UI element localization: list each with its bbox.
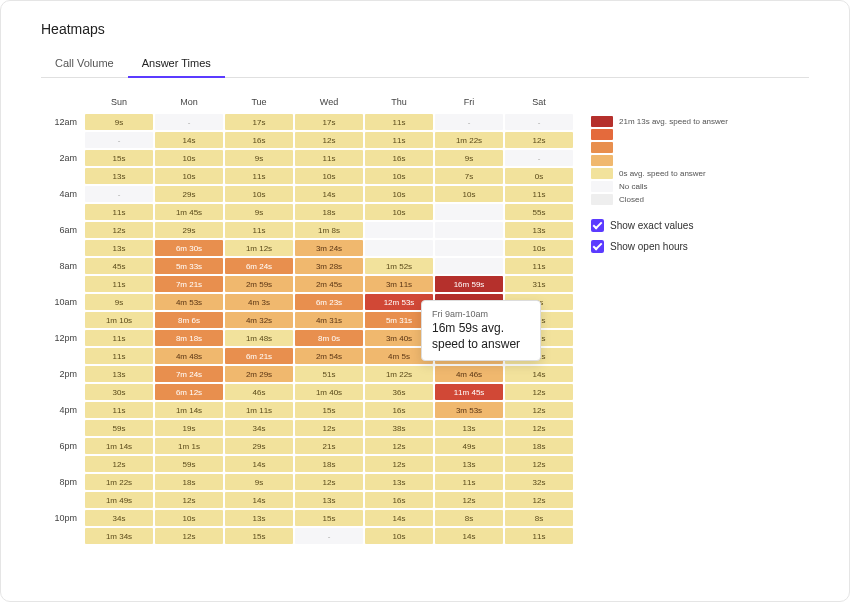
heatmap-cell[interactable]: 11s — [85, 402, 153, 418]
heatmap-cell[interactable]: 15s — [85, 150, 153, 166]
heatmap-cell[interactable]: 6m 24s — [225, 258, 293, 274]
heatmap-cell[interactable]: 11s — [505, 186, 573, 202]
heatmap-cell[interactable]: 18s — [295, 204, 363, 220]
heatmap-cell[interactable]: 29s — [225, 438, 293, 454]
heatmap-cell[interactable] — [365, 240, 433, 256]
heatmap-cell[interactable]: 4m 3s — [225, 294, 293, 310]
heatmap-cell[interactable]: 11s — [85, 348, 153, 364]
heatmap-cell[interactable] — [435, 240, 503, 256]
heatmap-cell[interactable]: 18s — [505, 438, 573, 454]
heatmap-cell[interactable]: 13s — [435, 420, 503, 436]
heatmap-cell[interactable]: 18s — [295, 456, 363, 472]
heatmap-cell[interactable]: 32s — [505, 474, 573, 490]
heatmap-cell[interactable]: 29s — [155, 186, 223, 202]
heatmap-cell[interactable]: 10s — [155, 510, 223, 526]
heatmap-cell[interactable]: 4m 53s — [155, 294, 223, 310]
heatmap-cell[interactable]: 10s — [435, 186, 503, 202]
heatmap-cell[interactable]: 1m 8s — [295, 222, 363, 238]
heatmap-cell[interactable] — [435, 204, 503, 220]
heatmap-cell[interactable]: 7m 21s — [155, 276, 223, 292]
heatmap-cell[interactable]: 9s — [435, 150, 503, 166]
heatmap-cell[interactable]: 12s — [85, 456, 153, 472]
heatmap-cell[interactable]: 3m 24s — [295, 240, 363, 256]
heatmap-cell[interactable]: 46s — [225, 384, 293, 400]
heatmap-cell[interactable]: 51s — [295, 366, 363, 382]
heatmap-cell[interactable]: 1m 40s — [295, 384, 363, 400]
heatmap-cell[interactable]: 30s — [85, 384, 153, 400]
heatmap-cell[interactable]: 11s — [85, 204, 153, 220]
heatmap-cell[interactable]: - — [295, 528, 363, 544]
heatmap-cell[interactable]: 36s — [365, 384, 433, 400]
heatmap-cell[interactable]: 12s — [85, 222, 153, 238]
heatmap-cell[interactable] — [435, 258, 503, 274]
heatmap-cell[interactable]: 18s — [155, 474, 223, 490]
heatmap-cell[interactable]: 1m 1s — [155, 438, 223, 454]
heatmap-cell[interactable]: 13s — [85, 168, 153, 184]
heatmap-cell[interactable]: 5m 33s — [155, 258, 223, 274]
heatmap-cell[interactable]: 4m 31s — [295, 312, 363, 328]
heatmap-cell[interactable]: 1m 52s — [365, 258, 433, 274]
heatmap-cell[interactable]: 0s — [505, 168, 573, 184]
heatmap-cell[interactable]: 10s — [225, 186, 293, 202]
heatmap-cell[interactable]: 14s — [435, 528, 503, 544]
heatmap-cell[interactable]: 1m 22s — [365, 366, 433, 382]
heatmap-cell[interactable]: 12s — [295, 420, 363, 436]
heatmap-cell[interactable]: 14s — [295, 186, 363, 202]
heatmap-cell[interactable]: 14s — [505, 366, 573, 382]
heatmap-cell[interactable]: 12s — [505, 420, 573, 436]
heatmap-cell[interactable]: 59s — [155, 456, 223, 472]
heatmap-cell[interactable]: 10s — [505, 240, 573, 256]
heatmap-cell[interactable]: - — [505, 114, 573, 130]
heatmap-cell[interactable]: - — [435, 114, 503, 130]
heatmap-cell[interactable]: 12s — [295, 474, 363, 490]
heatmap-cell[interactable]: - — [85, 186, 153, 202]
heatmap-cell[interactable]: 16m 59s — [435, 276, 503, 292]
heatmap-cell[interactable]: 11s — [505, 528, 573, 544]
heatmap-cell[interactable]: 4m 48s — [155, 348, 223, 364]
heatmap-cell[interactable]: - — [155, 114, 223, 130]
heatmap-cell[interactable]: 13s — [365, 474, 433, 490]
heatmap-cell[interactable]: 8s — [435, 510, 503, 526]
heatmap-cell[interactable]: 11s — [225, 222, 293, 238]
heatmap-cell[interactable]: 12s — [155, 492, 223, 508]
tab-call-volume[interactable]: Call Volume — [41, 51, 128, 77]
heatmap-cell[interactable]: 1m 45s — [155, 204, 223, 220]
heatmap-cell[interactable]: 14s — [155, 132, 223, 148]
heatmap-cell[interactable]: 9s — [85, 114, 153, 130]
heatmap-cell[interactable]: 9s — [225, 204, 293, 220]
heatmap-cell[interactable]: 21s — [295, 438, 363, 454]
heatmap-cell[interactable]: 12s — [505, 402, 573, 418]
heatmap-cell[interactable]: 1m 49s — [85, 492, 153, 508]
heatmap-cell[interactable]: 13s — [85, 240, 153, 256]
heatmap-cell[interactable]: 2m 45s — [295, 276, 363, 292]
heatmap-cell[interactable]: 9s — [225, 474, 293, 490]
heatmap-cell[interactable]: 11s — [365, 132, 433, 148]
heatmap-cell[interactable]: 15s — [225, 528, 293, 544]
heatmap-cell[interactable]: 2m 29s — [225, 366, 293, 382]
heatmap-cell[interactable]: 10s — [155, 168, 223, 184]
heatmap-cell[interactable]: 10s — [365, 528, 433, 544]
heatmap-cell[interactable]: 12s — [505, 492, 573, 508]
heatmap-cell[interactable]: 1m 12s — [225, 240, 293, 256]
heatmap-cell[interactable]: 13s — [505, 222, 573, 238]
heatmap-cell[interactable]: 34s — [225, 420, 293, 436]
heatmap-cell[interactable]: 9s — [225, 150, 293, 166]
heatmap-cell[interactable]: 11s — [225, 168, 293, 184]
heatmap-cell[interactable]: 1m 22s — [435, 132, 503, 148]
heatmap-cell[interactable]: 31s — [505, 276, 573, 292]
heatmap-cell[interactable]: 14s — [365, 510, 433, 526]
heatmap-cell[interactable]: 7m 24s — [155, 366, 223, 382]
heatmap-cell[interactable]: 10s — [365, 204, 433, 220]
heatmap-cell[interactable]: 13s — [435, 456, 503, 472]
heatmap-cell[interactable]: 34s — [85, 510, 153, 526]
heatmap-cell[interactable]: 11s — [365, 114, 433, 130]
heatmap-cell[interactable]: 10s — [365, 168, 433, 184]
heatmap-cell[interactable]: 11s — [85, 330, 153, 346]
heatmap-cell[interactable] — [435, 222, 503, 238]
heatmap-cell[interactable]: 10s — [155, 150, 223, 166]
heatmap-cell[interactable]: 11s — [435, 474, 503, 490]
heatmap-cell[interactable]: 59s — [85, 420, 153, 436]
heatmap-cell[interactable]: 12s — [505, 384, 573, 400]
heatmap-cell[interactable]: 15s — [295, 510, 363, 526]
heatmap-cell[interactable]: 3m 11s — [365, 276, 433, 292]
